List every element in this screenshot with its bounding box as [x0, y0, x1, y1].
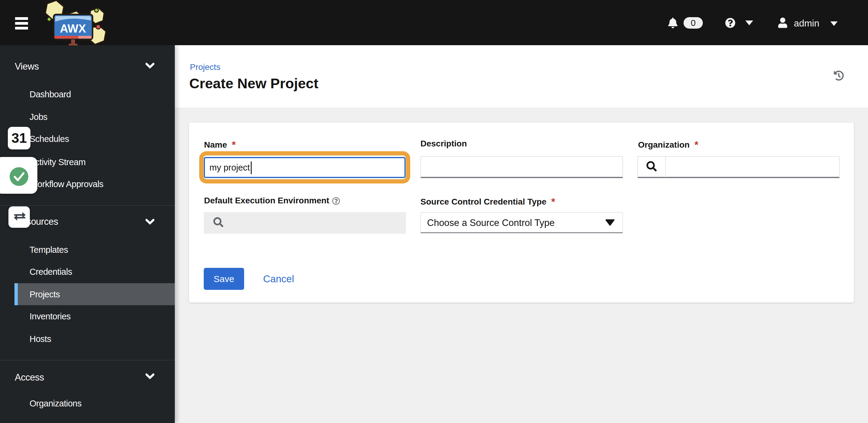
svg-text:AWX: AWX	[60, 22, 86, 35]
